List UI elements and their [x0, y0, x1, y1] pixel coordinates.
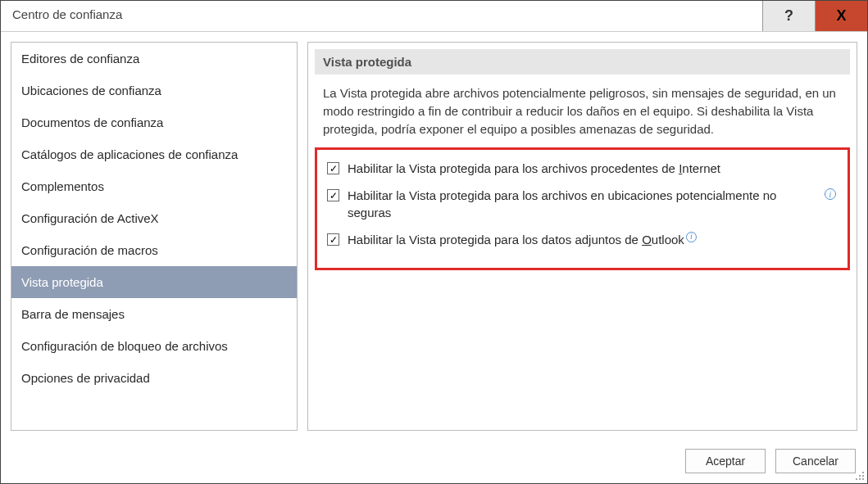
content-panel: Vista protegida La Vista protegida abre … [307, 42, 857, 431]
sidebar-item[interactable]: Catálogos de aplicaciones de confianza [11, 138, 297, 170]
info-icon[interactable]: i [686, 232, 697, 242]
protected-view-option: ✓Habilitar la Vista protegida para los d… [324, 226, 841, 253]
svg-point-5 [862, 478, 864, 480]
option-label: Habilitar la Vista protegida para los da… [348, 231, 838, 248]
sidebar-item[interactable]: Vista protegida [11, 266, 297, 298]
dialog-body: Editores de confianzaUbicaciones de conf… [1, 32, 867, 441]
sidebar-item[interactable]: Complementos [11, 170, 297, 202]
option-label: Habilitar la Vista protegida para los ar… [348, 160, 838, 177]
category-sidebar: Editores de confianzaUbicaciones de conf… [11, 42, 298, 431]
sidebar-item[interactable]: Configuración de ActiveX [11, 202, 297, 234]
sidebar-item[interactable]: Configuración de bloqueo de archivos [11, 330, 297, 362]
help-button[interactable]: ? [762, 1, 815, 31]
close-button[interactable]: X [815, 1, 867, 31]
cancel-button[interactable]: Cancelar [775, 449, 856, 473]
sidebar-item[interactable]: Opciones de privacidad [11, 362, 297, 394]
section-header: Vista protegida [315, 49, 850, 75]
protected-view-option: ✓Habilitar la Vista protegida para los a… [324, 155, 841, 182]
svg-point-1 [859, 475, 861, 477]
sidebar-item[interactable]: Configuración de macros [11, 234, 297, 266]
ok-button[interactable]: Aceptar [685, 449, 766, 473]
sidebar-item[interactable]: Editores de confianza [11, 43, 297, 75]
checkbox[interactable]: ✓ [327, 162, 339, 174]
svg-point-3 [856, 478, 857, 480]
options-highlight-box: ✓Habilitar la Vista protegida para los a… [315, 147, 850, 270]
window-title: Centro de confianza [1, 1, 762, 31]
titlebar: Centro de confianza ? X [1, 1, 867, 32]
option-label: Habilitar la Vista protegida para los ar… [348, 187, 838, 221]
protected-view-option: ✓Habilitar la Vista protegida para los a… [324, 182, 841, 226]
dialog-footer: Aceptar Cancelar [1, 441, 867, 483]
sidebar-item[interactable]: Barra de mensajes [11, 298, 297, 330]
sidebar-item[interactable]: Ubicaciones de confianza [11, 75, 297, 106]
resize-grip-icon[interactable] [853, 469, 865, 481]
svg-point-4 [859, 478, 861, 480]
section-description: La Vista protegida abre archivos potenci… [315, 75, 850, 146]
sidebar-item[interactable]: Documentos de confianza [11, 106, 297, 138]
checkbox[interactable]: ✓ [327, 233, 339, 246]
svg-point-2 [862, 475, 864, 477]
checkbox[interactable]: ✓ [327, 189, 339, 201]
trust-center-window: Centro de confianza ? X Editores de conf… [0, 0, 868, 484]
svg-point-0 [862, 472, 864, 473]
